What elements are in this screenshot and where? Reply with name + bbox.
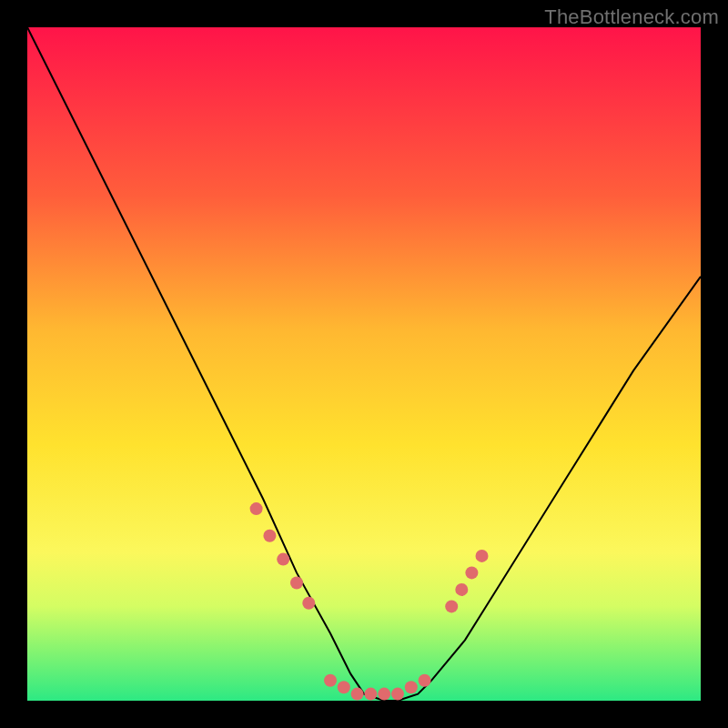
watermark-text: TheBottleneck.com [544, 5, 719, 29]
chart-overlay [27, 27, 701, 701]
bottleneck-curve [27, 27, 701, 701]
marker-right-cluster [445, 600, 458, 612]
marker-left-cluster [290, 577, 303, 590]
marker-valley-cluster [419, 674, 431, 687]
marker-left-cluster [302, 597, 315, 610]
marker-right-cluster [455, 583, 468, 596]
marker-valley-cluster [391, 688, 404, 701]
marker-valley-cluster [324, 674, 337, 687]
chart-frame: TheBottleneck.com [0, 0, 728, 728]
curve-markers [250, 502, 489, 701]
marker-left-cluster [250, 502, 263, 515]
marker-left-cluster [277, 553, 289, 566]
marker-left-cluster [263, 530, 276, 542]
marker-valley-cluster [364, 688, 377, 701]
marker-right-cluster [476, 550, 489, 562]
marker-valley-cluster [378, 688, 390, 701]
marker-valley-cluster [405, 681, 418, 693]
marker-valley-cluster [338, 681, 350, 693]
marker-valley-cluster [351, 688, 364, 701]
curve-bottleneck-curve [27, 27, 701, 701]
marker-right-cluster [465, 566, 478, 579]
